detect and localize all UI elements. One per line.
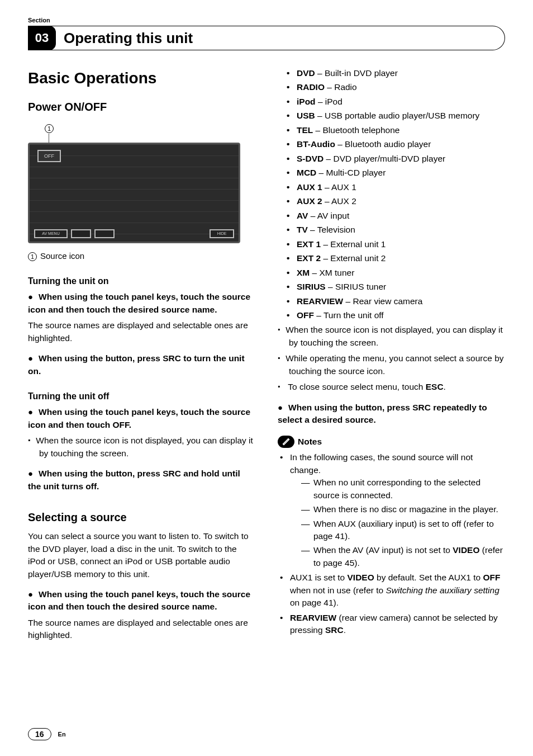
source-list-item: TV – Television — [287, 224, 505, 236]
source-list-item: OFF – Turn the unit off — [287, 309, 505, 322]
source-note-2: While operating the menu, you cannot sel… — [278, 352, 505, 377]
source-list-item: RADIO – Radio — [287, 81, 505, 93]
device-button-small-2 — [94, 229, 115, 238]
device-hide-button: HIDE — [210, 229, 234, 238]
source-list-item: AUX 2 – AUX 2 — [287, 195, 505, 207]
source-note-3: To close source select menu, touch ESC. — [278, 381, 505, 393]
note-item-3: REARVIEW (rear view camera) cannot be se… — [280, 612, 505, 637]
note-1-subitem: When the AV (AV input) is not set to VID… — [301, 544, 505, 569]
notes-list: In the following cases, the sound source… — [278, 451, 505, 637]
source-list-item: USB – USB portable audio player/USB memo… — [287, 110, 505, 122]
section-number-badge: 03 — [28, 26, 56, 50]
callout-circle-1: 1 — [45, 124, 54, 133]
note-1-subitem: When AUX (auxiliary input) is set to off… — [301, 518, 505, 543]
source-list-item: TEL – Bluetooth telephone — [287, 124, 505, 136]
language-code: En — [58, 731, 66, 738]
figure-caption: 1Source icon — [28, 250, 255, 262]
turn-on-instruction-2: When using the button, press SRC to turn… — [28, 352, 255, 377]
device-av-menu-button: AV MENU — [34, 229, 68, 238]
heading-selecting-source: Selecting a source — [28, 509, 255, 526]
notes-label: Notes — [298, 436, 322, 448]
select-source-intro: You can select a source you want to list… — [28, 530, 255, 580]
source-note-1: When the source icon is not displayed, y… — [278, 324, 505, 349]
note-item-1: In the following cases, the sound source… — [280, 451, 505, 569]
caption-text: Source icon — [40, 251, 84, 261]
notes-icon — [278, 436, 294, 448]
heading-turning-off: Turning the unit off — [28, 390, 255, 403]
source-list-item: SIRIUS – SIRIUS tuner — [287, 281, 505, 293]
turn-on-detail: The source names are displayed and selec… — [28, 319, 255, 344]
page-number: 16 — [28, 728, 51, 740]
source-list-item: MCD – Multi-CD player — [287, 167, 505, 179]
source-list-item: EXT 1 – External unit 1 — [287, 238, 505, 251]
note-1-subitem: When there is no disc or magazine in the… — [301, 503, 505, 516]
select-source-instruction: When using the touch panel keys, touch t… — [28, 588, 255, 613]
turn-on-instruction-1: When using the touch panel keys, touch t… — [28, 291, 255, 316]
right-column: DVD – Built-in DVD playerRADIO – RadioiP… — [278, 67, 505, 645]
source-list-item: BT-Audio – Bluetooth audio player — [287, 138, 505, 150]
source-list-item: S-DVD – DVD player/multi-DVD player — [287, 153, 505, 165]
device-button-small-1 — [71, 229, 91, 238]
heading-power-on-off: Power ON/OFF — [28, 99, 255, 115]
source-list-item: AV – AV input — [287, 210, 505, 222]
chapter-title: Operating this unit — [64, 30, 193, 47]
note-1-sublist: When no unit corresponding to the select… — [290, 476, 505, 569]
source-list-item: REARVIEW – Rear view camera — [287, 295, 505, 308]
section-label: Section — [28, 17, 505, 23]
source-list-item: EXT 2 – External unit 2 — [287, 252, 505, 264]
source-list: DVD – Built-in DVD playerRADIO – RadioiP… — [278, 67, 505, 322]
page-footer: 16 En — [28, 728, 66, 740]
note-1-subitem: When no unit corresponding to the select… — [301, 476, 505, 502]
source-list-item: iPod – iPod — [287, 96, 505, 108]
heading-turning-on: Turning the unit on — [28, 275, 255, 287]
notes-header: Notes — [278, 436, 505, 448]
chapter-header: 03 Operating this unit — [28, 26, 505, 50]
turn-off-instruction-1: When using the touch panel keys, touch t… — [28, 406, 255, 431]
turn-off-instruction-2: When using the button, press SRC and hol… — [28, 467, 255, 493]
source-list-item: AUX 1 – AUX 1 — [287, 181, 505, 193]
source-list-item: XM – XM tuner — [287, 267, 505, 279]
note-item-2: AUX1 is set to VIDEO by default. Set the… — [280, 571, 505, 609]
figure-device-screen: 1 OFF AV MENU HIDE — [28, 122, 240, 244]
left-column: Basic Operations Power ON/OFF 1 OFF AV M… — [28, 67, 255, 645]
heading-basic-operations: Basic Operations — [28, 67, 255, 90]
caption-circle-1: 1 — [28, 252, 37, 261]
source-list-item: DVD – Built-in DVD player — [287, 67, 505, 79]
turn-off-note: When the source icon is not displayed, y… — [28, 434, 255, 460]
select-source-button-instruction: When using the button, press SRC repeate… — [278, 401, 505, 427]
device-off-button: OFF — [37, 150, 61, 162]
select-source-detail: The source names are displayed and selec… — [28, 617, 255, 642]
